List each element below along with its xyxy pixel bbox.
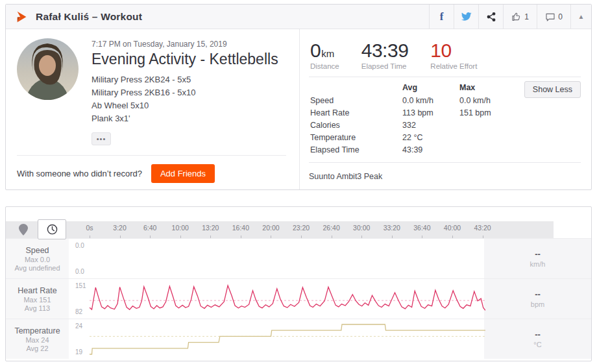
- activity-card: Rafał Kuliś – Workout f: [5, 4, 592, 190]
- activity-title: Evening Activity - Kettlebells: [91, 51, 278, 68]
- athlete-avatar[interactable]: [17, 38, 79, 100]
- time-tick-mark: [483, 236, 483, 238]
- time-tick-mark: [422, 236, 422, 238]
- facebook-icon: f: [440, 10, 444, 23]
- device-name: Suunto Ambit3 Peak: [309, 163, 581, 181]
- time-tick-mark: [180, 236, 181, 238]
- twitter-share-button[interactable]: [454, 5, 478, 29]
- map-pin-icon: [19, 224, 28, 236]
- collapse-button[interactable]: ▲: [570, 5, 591, 29]
- temperature-y-min-label: 19: [75, 348, 82, 356]
- time-tick-label: 13:20: [202, 224, 219, 232]
- comments-button[interactable]: 0: [537, 5, 570, 29]
- time-tick-mark: [210, 236, 211, 238]
- table-row: Speed0.0 km/h0.0 km/h: [310, 94, 537, 106]
- time-tick-label: 0s: [86, 224, 93, 232]
- activity-header-bar: Rafał Kuliś – Workout f: [6, 5, 591, 29]
- kudos-button[interactable]: 1: [503, 5, 537, 29]
- table-row: Heart Rate113 bpm151 bpm: [310, 106, 537, 119]
- time-tick-mark: [150, 236, 151, 238]
- time-tick-label: 33:20: [384, 224, 400, 232]
- description-line: Military Press 2KB16 - 5x10: [91, 86, 278, 99]
- col-header-avg: Avg: [402, 82, 459, 94]
- chart-time-axis[interactable]: 0s3:206:4010:0013:2016:4020:0023:2026:40…: [6, 221, 554, 238]
- heart-rate-row-label: Heart Rate Max 151 Avg 113: [6, 279, 69, 319]
- time-tick-label: 6:40: [143, 224, 156, 232]
- temperature-line: [90, 324, 485, 354]
- time-tick-mark: [361, 236, 362, 238]
- tag-friends-question: With someone who didn’t record?: [17, 169, 142, 178]
- time-tick-label: 26:40: [323, 224, 340, 232]
- speed-y-max-label: 0.0: [75, 242, 84, 249]
- speed-row-label: Speed Max 0.0 Avg undefined: [6, 239, 69, 278]
- stat-elapsed-time: 43:39 Elapsed Time: [361, 40, 409, 70]
- twitter-icon: [461, 11, 472, 22]
- share-button[interactable]: [478, 5, 503, 29]
- activity-stats-pane: 0km Distance 43:39 Elapsed Time 10 Relat…: [299, 29, 591, 189]
- time-tick-label: 36:40: [413, 224, 430, 232]
- facebook-share-button[interactable]: f: [429, 5, 454, 29]
- stat-relative-effort: 10 Relative Effort: [430, 40, 477, 70]
- time-view-toggle[interactable]: [38, 219, 66, 239]
- time-tick-label: 10:00: [172, 224, 189, 232]
- time-tick-label: 40:00: [444, 224, 461, 232]
- time-tick-label: 3:20: [113, 224, 126, 232]
- table-row: Temperature22 °C: [310, 131, 537, 143]
- speed-readout: -- km/h: [484, 239, 591, 278]
- chevron-up-icon: ▲: [578, 13, 585, 20]
- table-row: Elapsed Time43:39: [310, 143, 537, 156]
- speed-plot[interactable]: [90, 239, 485, 279]
- heart-rate-line: [90, 285, 485, 310]
- temperature-y-max-label: 24: [75, 322, 82, 330]
- page-title: Rafał Kuliś – Workout: [36, 11, 142, 23]
- time-tick-mark: [120, 236, 121, 238]
- temperature-row-label: Temperature Max 24 Avg 22: [6, 319, 69, 359]
- time-tick-mark: [332, 236, 332, 238]
- description-line: Military Press 2KB24 - 5x5: [91, 73, 278, 86]
- heart-rate-readout: -- bpm: [484, 279, 591, 319]
- speed-y-min-label: 0.0: [75, 268, 84, 275]
- show-less-button[interactable]: Show Less: [524, 81, 581, 98]
- time-tick-mark: [90, 236, 90, 238]
- stats-table: Avg Max Speed0.0 km/h0.0 km/hHeart Rate1…: [310, 82, 537, 156]
- kudos-count: 1: [524, 12, 529, 21]
- more-options-button[interactable]: •••: [91, 132, 111, 145]
- strava-logo-icon: [15, 10, 29, 24]
- add-friends-button[interactable]: Add Friends: [151, 164, 215, 183]
- stat-distance: 0km Distance: [310, 40, 339, 70]
- time-tick-mark: [301, 236, 302, 238]
- share-icon: [486, 12, 496, 22]
- description-line: Plank 3x1': [91, 112, 278, 125]
- time-tick-mark: [392, 236, 393, 238]
- description-line: Ab Wheel 5x10: [91, 99, 278, 112]
- chart-row-speed[interactable]: Speed Max 0.0 Avg undefined 0.0 0.0 -- k…: [6, 238, 591, 278]
- comment-icon: [545, 12, 555, 22]
- heart-rate-y-max-label: 151: [75, 282, 86, 289]
- map-view-toggle[interactable]: [9, 219, 38, 239]
- thumbs-up-icon: [511, 12, 522, 22]
- time-tick-mark: [241, 236, 241, 238]
- temperature-plot[interactable]: [90, 319, 485, 359]
- clock-icon: [47, 224, 58, 235]
- heart-rate-y-min-label: 82: [75, 308, 82, 315]
- time-tick-label: 30:00: [353, 224, 370, 232]
- activity-timestamp: 7:17 PM on Tuesday, January 15, 2019: [91, 40, 278, 49]
- activity-summary-pane: 7:17 PM on Tuesday, January 15, 2019 Eve…: [6, 29, 299, 189]
- chart-row-heart-rate[interactable]: Heart Rate Max 151 Avg 113 151 82 -- bpm: [6, 278, 591, 319]
- time-tick-mark: [271, 236, 271, 238]
- workout-analysis-card: 0s3:206:4010:0013:2016:4020:0023:2026:40…: [5, 206, 592, 361]
- time-tick-label: 23:20: [293, 224, 310, 232]
- comment-count: 0: [558, 12, 563, 21]
- time-tick-label: 43:20: [474, 224, 491, 232]
- heart-rate-plot[interactable]: [90, 279, 485, 319]
- time-tick-label: 16:40: [232, 224, 249, 232]
- table-row: Calories332: [310, 119, 537, 131]
- activity-description: Military Press 2KB24 - 5x5Military Press…: [91, 73, 278, 126]
- time-tick-mark: [452, 236, 453, 238]
- chart-row-temperature[interactable]: Temperature Max 24 Avg 22 24 19 -- °C: [6, 319, 591, 359]
- time-tick-label: 20:00: [262, 224, 279, 232]
- temperature-readout: -- °C: [484, 319, 591, 359]
